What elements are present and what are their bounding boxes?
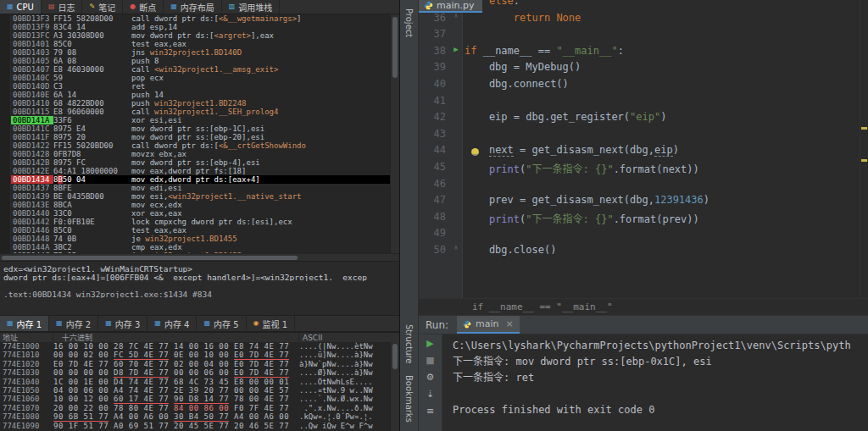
disasm-row[interactable]: 00BD141F8975 20mov dword ptr ss:[ebp-20]…: [0, 133, 390, 141]
run-line-icon[interactable]: ▶: [449, 45, 463, 62]
disasm-row[interactable]: 00BD1442F0:0FB10Elock cmpxchg dword ptr …: [0, 218, 390, 226]
code-text[interactable]: [463, 227, 860, 244]
disasm-row[interactable]: 00BD144874 0Bje win32project1.BD1455: [0, 235, 390, 243]
run-tab-main[interactable]: main ×: [457, 316, 520, 334]
memory-tab-dump2[interactable]: ▦内存 2: [49, 316, 98, 331]
disasm-row[interactable]: 00BD14280FB7D8movzx ebx,ax: [0, 150, 390, 158]
debugger-tab-log[interactable]: ▤日志: [42, 0, 83, 14]
close-icon[interactable]: ×: [506, 318, 514, 329]
code-text[interactable]: print("下一条指令: {}".format(next)): [463, 161, 860, 178]
code-text[interactable]: [463, 128, 860, 145]
dump-row[interactable]: 774E108090 6B 51 77 A4 00 A6 00 30 B4 50…: [0, 412, 390, 421]
disasm-row[interactable]: 00BD144685C0test eax,eax: [0, 226, 390, 235]
editor-line[interactable]: 40 dbg.connect(): [419, 78, 860, 95]
editor-line[interactable]: 47 prev = get_disasm_next(dbg,12391436): [419, 194, 860, 211]
dump-row[interactable]: 774E1020E0 7D 4E 77 60 70 4E 77 02 00 04…: [0, 360, 390, 368]
disasm-row[interactable]: 00BD144A3BC2cmp eax,edx: [0, 243, 390, 251]
code-text[interactable]: [463, 95, 860, 112]
dump-row[interactable]: 774E105004 00 06 00 A4 74 4E 77 2E 39 20…: [0, 386, 390, 395]
dump-row[interactable]: 774E106010 00 12 00 60 17 4E 77 90 D8 14…: [0, 395, 390, 403]
memory-tab-dump4[interactable]: ▦内存 4: [147, 316, 197, 331]
code-text[interactable]: else:: [463, 0, 860, 12]
editor-line[interactable]: 50∧ dbg.close(): [419, 244, 860, 261]
settings-icon[interactable]: ⚙: [426, 373, 435, 383]
editor-scrollbar[interactable]: [860, 0, 868, 298]
disasm-row[interactable]: 00BD141068 4822BD00push win32project1.BD…: [0, 99, 390, 108]
dump-row[interactable]: 774E101000 00 02 00 FC 5D 4E 77 0E 00 10…: [0, 351, 390, 359]
disasm-row[interactable]: 00BD1415E8 96060000call win32project1.__…: [0, 108, 390, 116]
memory-tab-dump5[interactable]: ▦内存 5: [197, 316, 246, 331]
disasm-vscrollbar[interactable]: [390, 14, 399, 253]
stop-icon[interactable]: ■: [426, 356, 434, 366]
editor-line[interactable]: 46: [419, 178, 860, 195]
code-text[interactable]: dbg.close(): [463, 244, 860, 261]
code-text[interactable]: prev = get_disasm_next(dbg,12391436): [463, 194, 860, 211]
code-text[interactable]: print("下一条指令: {}".format(prev)): [463, 211, 860, 228]
editor-line[interactable]: 42 eip = dbg.get_register("eip"): [419, 111, 860, 128]
debugger-tab-call-stack[interactable]: ▥调用堆栈: [222, 0, 281, 14]
breadcrumb[interactable]: if __name__ == "__main__": [419, 298, 868, 315]
editor-line[interactable]: 37: [419, 28, 860, 45]
tool-button-project[interactable]: Project: [404, 3, 414, 43]
dump-row[interactable]: 774E10401C 00 1E 00 D4 74 4E 77 68 4C 73…: [0, 378, 390, 386]
disasm-row[interactable]: 00BD140C59pop ecx: [0, 74, 390, 82]
disasm-row[interactable]: 00BD140E6A 14push 14: [0, 91, 390, 99]
disasm-row[interactable]: 00BD14056A 08push 8: [0, 57, 390, 65]
scroll-thumb[interactable]: [392, 344, 398, 369]
code-text[interactable]: dbg.connect(): [463, 78, 860, 95]
disasm-row[interactable]: 00BD140DC3ret: [0, 82, 390, 91]
disasm-row[interactable]: 00BD140379 08jns win32project1.BD140D: [0, 48, 390, 57]
dump-vscrollbar[interactable]: [390, 342, 399, 431]
code-text[interactable]: eip = dbg.get_register("eip"): [463, 111, 860, 128]
disasm-row[interactable]: 00BD1422FF15 5020BD00call dword ptr ds:[…: [0, 141, 390, 150]
memory-tab-dump1[interactable]: ▦内存 1: [0, 316, 49, 331]
editor-line[interactable]: 36∧ return None: [419, 12, 860, 29]
editor-line[interactable]: 48 print("下一条指令: {}".format(prev)): [419, 211, 860, 228]
rerun-icon[interactable]: ▶: [426, 339, 433, 349]
console-output[interactable]: C:\Users\lyshark\PycharmProjects\pythonP…: [442, 334, 868, 431]
code-text[interactable]: return None: [463, 12, 860, 29]
debugger-tab-notes[interactable]: ✎笔记: [82, 0, 123, 14]
tool-button-structure[interactable]: Structure: [404, 318, 414, 370]
dump-row[interactable]: 774E109090 1F 51 77 A0 69 51 77 20 45 5E…: [0, 422, 390, 430]
soft-wrap-icon[interactable]: ≡: [426, 406, 434, 417]
disasm-row[interactable]: 00BD142B8975 FCmov dword ptr ss:[ebp-4],…: [0, 158, 390, 167]
editor-tab-main-py[interactable]: main.py: [419, 0, 482, 13]
memory-tab-dump3[interactable]: ▦内存 3: [98, 316, 147, 331]
disasm-row[interactable]: 00BD142E64:A1 18000000mov eax,dword ptr …: [0, 167, 390, 175]
dump-row[interactable]: 774E103000 00 00 00 D8 7D 4E 77 00 00 06…: [0, 368, 390, 377]
disasm-row[interactable]: 00BD1407E8 46030000call <win32project1._…: [0, 65, 390, 74]
editor-line[interactable]: 39 dbg = MyDebug(): [419, 61, 860, 78]
debugger-tab-memory-map[interactable]: ▦内存布局: [164, 0, 222, 14]
editor-line[interactable]: 38▶if __name__ == "__main__":: [419, 45, 860, 62]
scroll-thumb[interactable]: [2, 256, 298, 260]
editor-line[interactable]: 45 print("下一条指令: {}".format(next)): [419, 161, 860, 178]
code-text[interactable]: [463, 178, 860, 195]
editor-line[interactable]: 35 else:: [419, 0, 860, 12]
memory-dump[interactable]: 774E100016 00 10 00 28 7C 4E 77 14 00 16…: [0, 342, 390, 431]
disasm-row[interactable]: 00BD13F983C4 14add esp,14: [0, 23, 390, 31]
code-text[interactable]: next = get_disasm_next(dbg,eip): [463, 144, 860, 161]
code-text[interactable]: dbg = MyDebug(): [463, 61, 860, 78]
disasm-row[interactable]: 00BD141C8975 E4mov dword ptr ss:[ebp-1C]…: [0, 124, 390, 133]
debugger-tab-cpu[interactable]: ▦CPU: [0, 0, 42, 14]
disasm-row[interactable]: 00BD14348B50 04mov edx,dword ptr ds:[eax…: [0, 175, 390, 184]
disasm-row[interactable]: 00BD141A33F6xor esi,esi: [0, 116, 390, 124]
disasm-row[interactable]: 00BD13FCA3 30308D00mov dword ptr ds:[<ar…: [0, 31, 390, 40]
disasm-row[interactable]: 00BD1439BE 0435BD00mov esi,<win32project…: [0, 192, 390, 201]
code-text[interactable]: [463, 28, 860, 45]
code-text[interactable]: if __name__ == "__main__":: [463, 45, 860, 62]
memory-tab-watch1[interactable]: ◉监视 1: [247, 316, 296, 331]
editor-line[interactable]: 43: [419, 128, 860, 145]
disasm-hscrollbar[interactable]: [0, 253, 399, 261]
disasm-row[interactable]: 00BD144033C0xor eax,eax: [0, 209, 390, 218]
editor-line[interactable]: 44 next = get_disasm_next(dbg,eip): [419, 144, 860, 161]
disasm-row[interactable]: 00BD143E8BCAmov ecx,edx: [0, 201, 390, 209]
disassembly-view[interactable]: 00BD13F3FF15 58208D00call dword ptr ds:[…: [0, 14, 390, 253]
disasm-row[interactable]: 00BD14378BFEmov edi,esi: [0, 184, 390, 192]
editor-line[interactable]: 49: [419, 227, 860, 244]
dump-row[interactable]: 774E107020 00 22 00 78 80 4E 77 84 00 86…: [0, 404, 390, 412]
scroll-thumb[interactable]: [392, 17, 398, 78]
editor-line[interactable]: 41: [419, 95, 860, 112]
tool-button-bookmarks[interactable]: Bookmarks: [404, 369, 414, 428]
